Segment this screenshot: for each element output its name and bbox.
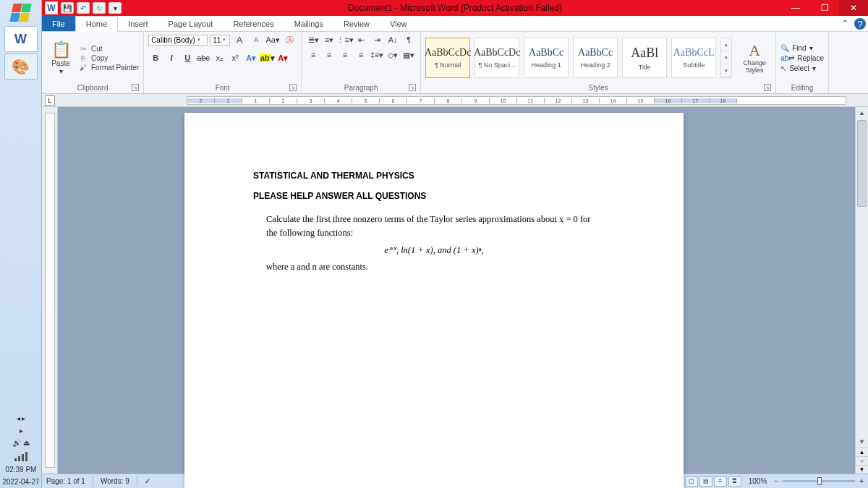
- status-proofing-icon[interactable]: ✓: [145, 477, 150, 485]
- next-page-icon[interactable]: ▼: [856, 465, 868, 474]
- volume-icon[interactable]: 🔊 ⏏: [0, 437, 42, 449]
- subscript-button[interactable]: x₂: [212, 51, 226, 64]
- qat-customize-icon[interactable]: ▾: [109, 2, 122, 14]
- minimize-ribbon-icon[interactable]: ⌃: [838, 16, 852, 31]
- bold-button[interactable]: B: [148, 51, 163, 64]
- tab-selector[interactable]: L: [45, 95, 55, 106]
- scroll-down-icon[interactable]: ▼: [856, 436, 868, 448]
- increase-indent-button[interactable]: ⇥: [370, 33, 384, 46]
- strikethrough-button[interactable]: abc: [196, 51, 210, 64]
- tab-page-layout[interactable]: Page Layout: [158, 16, 224, 31]
- status-words[interactable]: Words: 9: [101, 477, 129, 485]
- font-color-button[interactable]: A▾: [276, 51, 290, 64]
- style-normal[interactable]: AaBbCcDc¶ Normal: [425, 38, 470, 78]
- view-outline[interactable]: ≡: [714, 476, 727, 487]
- zoom-slider[interactable]: [783, 480, 855, 482]
- align-right-button[interactable]: ≡: [338, 48, 352, 61]
- superscript-button[interactable]: x²: [228, 51, 242, 64]
- maximize-button[interactable]: ❐: [810, 0, 839, 16]
- tab-home[interactable]: Home: [75, 16, 118, 32]
- zoom-in-button[interactable]: +: [859, 477, 864, 485]
- qat-redo-icon[interactable]: ↻: [93, 2, 106, 14]
- browse-object-icon[interactable]: ○: [856, 456, 868, 465]
- style-heading1[interactable]: AaBbCcHeading 1: [524, 38, 569, 78]
- taskbar-show-desktop[interactable]: ▸: [0, 424, 42, 437]
- view-full-screen[interactable]: ▢: [685, 476, 698, 487]
- horizontal-ruler[interactable]: 21 123456789101112131415161718: [187, 96, 846, 105]
- clipboard-launcher[interactable]: ↘: [132, 84, 139, 91]
- qat-save-icon[interactable]: 💾: [61, 2, 74, 14]
- tab-file[interactable]: File: [42, 16, 75, 31]
- highlight-button[interactable]: ab▾: [260, 51, 274, 64]
- change-styles-button[interactable]: AChange Styles: [738, 38, 771, 78]
- justify-button[interactable]: ≡: [354, 48, 368, 61]
- status-page[interactable]: Page: 1 of 1: [46, 477, 85, 485]
- clock-date[interactable]: 2022-04-27: [0, 476, 42, 488]
- find-button[interactable]: 🔍Find ▾: [780, 44, 824, 52]
- sort-button[interactable]: A↓: [386, 33, 400, 46]
- taskbar-overflow[interactable]: ◂ ▸: [0, 412, 42, 424]
- prev-page-icon[interactable]: ▲: [856, 448, 868, 456]
- scroll-thumb[interactable]: [857, 120, 867, 207]
- taskbar-paint-icon[interactable]: 🎨: [4, 53, 38, 80]
- tab-view[interactable]: View: [380, 16, 417, 31]
- align-center-button[interactable]: ≡: [322, 48, 336, 61]
- network-icon[interactable]: [0, 449, 42, 463]
- multilevel-button[interactable]: ⋮≡▾: [338, 33, 352, 46]
- replace-button[interactable]: ab⇄Replace: [780, 54, 824, 62]
- text-effects-button[interactable]: A▾: [244, 51, 258, 64]
- doc-formula: eᵃˣ, ln(1 + x), and (1 + x)ⁿ,: [253, 244, 615, 256]
- borders-button[interactable]: ▦▾: [401, 48, 416, 61]
- style-heading2[interactable]: AaBbCcHeading 2: [573, 38, 618, 78]
- taskbar-word-icon[interactable]: W: [4, 26, 38, 52]
- ribbon-tabs: File Home Insert Page Layout References …: [42, 16, 868, 32]
- shading-button[interactable]: ◇▾: [386, 48, 400, 61]
- help-icon[interactable]: ?: [854, 18, 866, 30]
- font-name-select[interactable]: Calibri (Body)▾: [148, 35, 208, 46]
- qat-undo-icon[interactable]: ↶: [77, 2, 90, 14]
- vertical-scrollbar[interactable]: ▲ ▼ ▲○▼: [855, 107, 868, 474]
- close-button[interactable]: ✕: [839, 0, 868, 16]
- decrease-indent-button[interactable]: ⇤: [354, 33, 368, 46]
- font-size-select[interactable]: 11▾: [210, 35, 230, 46]
- copy-button[interactable]: ⎘Copy: [78, 54, 139, 62]
- styles-gallery-more[interactable]: ▴▾▾: [720, 38, 732, 78]
- font-launcher[interactable]: ↘: [289, 84, 297, 91]
- italic-button[interactable]: I: [164, 51, 179, 64]
- start-button[interactable]: [3, 1, 39, 23]
- tab-references[interactable]: References: [223, 16, 284, 31]
- paragraph-launcher[interactable]: ↘: [409, 84, 416, 91]
- style-title[interactable]: AaBlTitle: [622, 38, 667, 78]
- shrink-font-button[interactable]: A: [249, 33, 263, 46]
- view-draft[interactable]: ≣: [728, 476, 741, 487]
- grow-font-button[interactable]: A: [232, 33, 247, 46]
- change-case-button[interactable]: Aa▾: [265, 33, 280, 46]
- style-subtitle[interactable]: AaBbCcLSubtitle: [671, 38, 716, 78]
- underline-button[interactable]: U: [180, 51, 195, 64]
- tab-mailings[interactable]: Mailings: [284, 16, 333, 31]
- paste-button[interactable]: 📋 Paste ▾: [46, 40, 75, 75]
- zoom-out-button[interactable]: −: [774, 477, 778, 485]
- app-icon[interactable]: W: [45, 1, 58, 14]
- line-spacing-button[interactable]: ‡≡▾: [370, 48, 384, 61]
- tab-review[interactable]: Review: [333, 16, 380, 31]
- cut-button[interactable]: ✂Cut: [78, 45, 139, 53]
- doc-body-2: where a and n are constants.: [253, 260, 615, 274]
- numbering-button[interactable]: ≡▾: [322, 33, 336, 46]
- view-web-layout[interactable]: ▤: [699, 476, 712, 487]
- styles-launcher[interactable]: ↘: [764, 84, 771, 91]
- style-no-spacing[interactable]: AaBbCcDc¶ No Spaci...: [475, 38, 519, 78]
- minimize-button[interactable]: —: [781, 0, 810, 16]
- scroll-up-icon[interactable]: ▲: [856, 107, 868, 119]
- align-left-button[interactable]: ≡: [306, 48, 320, 61]
- clear-formatting-button[interactable]: Ⓐ: [282, 33, 297, 46]
- vertical-ruler[interactable]: [42, 107, 58, 474]
- format-painter-button[interactable]: 🖌Format Painter: [78, 64, 139, 72]
- show-marks-button[interactable]: ¶: [401, 33, 416, 46]
- select-button[interactable]: ↖Select ▾: [780, 64, 824, 72]
- clock-time[interactable]: 02:39 PM: [0, 463, 42, 476]
- document-page[interactable]: STATISTICAL AND THERMAL PHYSICS PLEASE H…: [184, 113, 684, 488]
- tab-insert[interactable]: Insert: [118, 16, 158, 31]
- bullets-button[interactable]: ≣▾: [306, 33, 320, 46]
- zoom-level[interactable]: 100%: [749, 477, 767, 485]
